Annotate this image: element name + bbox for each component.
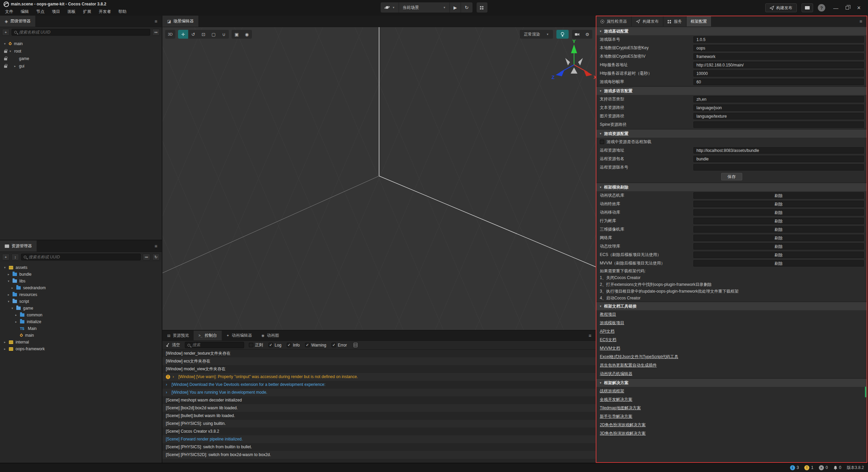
field-input[interactable]: http://192.168.0.150/main/	[693, 62, 864, 68]
tree-node-game[interactable]: game	[0, 55, 162, 62]
link-新手引导解决方案[interactable]: 新手引导解决方案	[596, 412, 867, 421]
ui-transform-tool[interactable]: ∪	[219, 30, 229, 39]
remove-button[interactable]: 剔除	[693, 218, 864, 224]
field-input[interactable]: 10000	[693, 70, 864, 77]
link-原生包热更新配置自动生成插件[interactable]: 原生包热更新配置自动生成插件	[596, 361, 867, 370]
add-asset-button[interactable]: +	[2, 254, 9, 260]
scene-viewport[interactable]: 3D ✛↺⊡▢∪ ▣◉ 正常渲染 ▼ ⚙ Y	[162, 27, 596, 330]
expand-icon[interactable]: ▸	[4, 347, 9, 351]
tree-node-gui[interactable]: ▸gui	[0, 62, 162, 70]
coordinate-tool[interactable]: ◉	[242, 30, 252, 39]
filter-Warning[interactable]: Warning	[305, 343, 326, 348]
refresh-assets-button[interactable]: ↻	[152, 254, 160, 260]
expand-icon[interactable]: ▸	[4, 340, 9, 344]
tree-node-game[interactable]: ▾game	[0, 305, 162, 312]
rotate-tool[interactable]: ↺	[188, 30, 198, 39]
assets-menu-button[interactable]: ≡	[150, 240, 162, 252]
lighting-toggle-button[interactable]	[556, 30, 569, 39]
play-button[interactable]: ▶	[450, 2, 461, 13]
close-button[interactable]: ×	[853, 0, 865, 16]
section-header-框架模块剔除[interactable]: ▾框架模块剔除	[596, 182, 867, 191]
remove-button[interactable]: 剔除	[693, 252, 864, 258]
expand-icon[interactable]: ▸	[8, 273, 13, 276]
checkbox-正则[interactable]	[249, 343, 253, 347]
filter-Log[interactable]: Log	[269, 343, 281, 348]
link-教程项目[interactable]: 教程项目	[596, 310, 867, 319]
help-button[interactable]: ?	[818, 4, 825, 12]
tab-hierarchy[interactable]: ◈ 层级管理器	[0, 16, 35, 27]
hierarchy-filter-button[interactable]: ≔	[152, 29, 160, 36]
menu-item-开发者[interactable]: 开发者	[95, 9, 115, 15]
expand-icon[interactable]: ▾	[12, 307, 16, 310]
tree-node-seedrandom[interactable]: ▸seedrandom	[0, 284, 162, 291]
tab-属性检查器[interactable]: 属性检查器	[596, 16, 631, 26]
checkbox-Info[interactable]	[287, 343, 291, 347]
link-动画状态机编辑器[interactable]: 动画状态机编辑器	[596, 370, 867, 378]
restart-button[interactable]: ↻	[461, 2, 473, 13]
expand-icon[interactable]: ▸	[15, 320, 20, 323]
tree-node-internal[interactable]: ▸internal	[0, 339, 162, 346]
tab-框架配置[interactable]: 框架配置	[687, 16, 711, 26]
tab-动画编辑器[interactable]: ✦动画编辑器	[222, 331, 257, 340]
expand-icon[interactable]: ▸	[12, 286, 16, 290]
log-file-icon[interactable]	[354, 343, 357, 347]
field-input[interactable]	[693, 121, 864, 128]
add-node-button[interactable]: +	[2, 29, 9, 36]
filter-Info[interactable]: Info	[287, 343, 300, 348]
link-3D角色扮演游戏解决方案[interactable]: 3D角色扮演游戏解决方案	[596, 429, 867, 438]
tree-node-libs[interactable]: ▾libs	[0, 278, 162, 284]
tree-node-main[interactable]: ▾main	[0, 40, 162, 47]
hierarchy-menu-button[interactable]: ≡	[150, 16, 162, 27]
tree-node-assets[interactable]: ▾assets	[0, 264, 162, 271]
checkbox-Log[interactable]	[269, 343, 273, 347]
remove-button[interactable]: 剔除	[693, 209, 864, 216]
tree-node-main[interactable]: main	[0, 332, 162, 339]
field-input[interactable]: language/texture	[693, 113, 864, 119]
hierarchy-search-input[interactable]: 搜索名称或 UUID	[12, 29, 150, 36]
pivot-tool[interactable]: ▣	[232, 30, 242, 39]
field-input[interactable]: zh,en	[693, 96, 864, 102]
link-2D角色扮演游戏解决方案[interactable]: 2D角色扮演游戏解决方案	[596, 421, 867, 429]
link-全栈开发解决方案[interactable]: 全栈开发解决方案	[596, 395, 867, 404]
assets-search-input[interactable]: 搜索名称或 UUID	[21, 254, 141, 260]
link-游戏模板项目[interactable]: 游戏模板项目	[596, 319, 867, 327]
scale-tool[interactable]: ⊡	[198, 30, 209, 39]
tree-node-common[interactable]: ▸common	[0, 312, 162, 318]
tab-动画图[interactable]: ◉动画图	[257, 331, 284, 340]
log-row[interactable]: !›[Window] [Vue warn]: Property "onInput…	[162, 373, 596, 381]
remove-button[interactable]: 剔除	[693, 226, 864, 233]
filter-正则[interactable]: 正则	[249, 342, 263, 348]
tree-node-script[interactable]: ▾script	[0, 298, 162, 305]
save-button[interactable]: 保存	[721, 173, 742, 180]
menu-item-编辑[interactable]: 编辑	[17, 9, 33, 15]
tab-资源预览[interactable]: ▤资源预览	[162, 331, 194, 340]
sort-assets-button[interactable]: ↕	[12, 254, 19, 260]
preview-qr-button[interactable]	[476, 2, 487, 13]
rect-tool[interactable]: ▢	[209, 30, 219, 39]
field-input[interactable]: oops	[693, 45, 864, 51]
expand-icon[interactable]: ▾	[4, 266, 9, 269]
move-tool[interactable]: ✛	[178, 30, 188, 39]
tree-node-root[interactable]: ▾root	[0, 47, 162, 55]
expand-icon[interactable]: ›	[173, 373, 176, 381]
expand-icon[interactable]: ▸	[8, 293, 13, 296]
menu-item-项目[interactable]: 项目	[48, 9, 64, 15]
status-error-counter[interactable]: × 0	[819, 465, 828, 470]
field-input[interactable]	[693, 164, 864, 171]
menu-item-面板[interactable]: 面板	[64, 9, 79, 15]
log-row[interactable]: ›[Window] You are running Vue in develop…	[162, 389, 596, 396]
scene-select-dropdown[interactable]: 当前场景 ▼	[399, 2, 450, 13]
tree-node-Main[interactable]: TSMain	[0, 325, 162, 332]
menu-item-帮助[interactable]: 帮助	[115, 9, 130, 15]
tab-控制台[interactable]: >_控制台	[194, 331, 221, 340]
tab-构建发布[interactable]: 构建发布	[632, 16, 663, 26]
section-header-游戏基础配置[interactable]: ▾游戏基础配置	[596, 26, 867, 35]
expand-icon[interactable]: ▾	[9, 50, 14, 53]
camera-settings-button[interactable]	[572, 30, 582, 39]
expand-icon[interactable]: ▾	[4, 42, 9, 45]
field-input[interactable]: framework	[693, 53, 864, 60]
expand-icon[interactable]: ›	[166, 389, 169, 396]
field-input[interactable]: language/json	[693, 104, 864, 111]
tab-scene-editor[interactable]: ◪ 场景编辑器	[162, 16, 198, 27]
tree-node-resources[interactable]: ▸resources	[0, 291, 162, 298]
